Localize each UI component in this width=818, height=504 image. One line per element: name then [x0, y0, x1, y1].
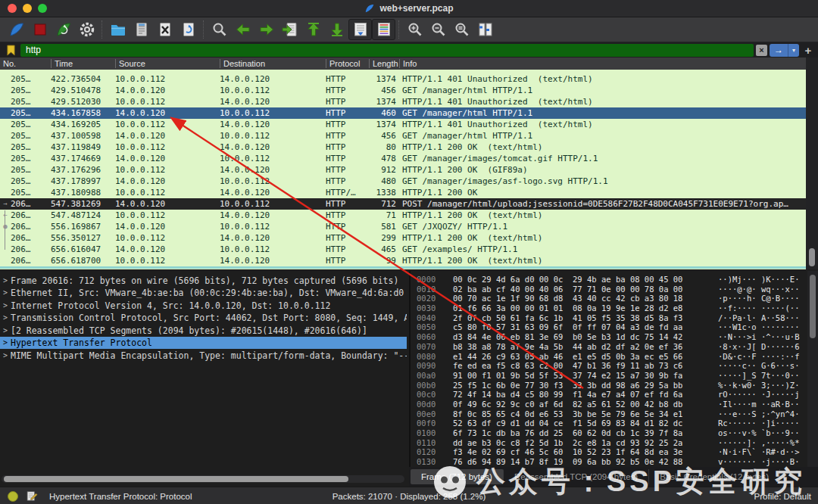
- expander-chevron-icon[interactable]: >: [0, 350, 11, 362]
- hex-row[interactable]: 0050 c5 80 f0 57 31 63 09 6f 0f ff 07 04…: [411, 322, 807, 332]
- hex-row[interactable]: 00e0 8f 0c 85 65 c4 0d e6 53 3b be 5e 79…: [411, 409, 807, 419]
- packet-row[interactable]: 205… 434.167858 14.0.0.120 10.0.0.112 HT…: [0, 107, 806, 119]
- filter-apply-button[interactable]: → ▾: [770, 44, 799, 57]
- go-to-first-packet-button[interactable]: [301, 19, 325, 40]
- column-header-time[interactable]: Time: [51, 59, 115, 68]
- hex-row[interactable]: 00f0 52 63 df c9 d1 dd 04 ce f1 5d 69 83…: [411, 418, 807, 428]
- stop-capture-button[interactable]: [28, 19, 52, 40]
- start-capture-button[interactable]: [5, 19, 28, 40]
- expander-chevron-icon[interactable]: >: [0, 275, 11, 287]
- detail-line[interactable]: > Frame 20616: 712 bytes on wire (5696 b…: [0, 275, 407, 287]
- go-to-last-packet-button[interactable]: [325, 19, 348, 40]
- capture-options-gear-icon[interactable]: [75, 19, 98, 40]
- scrollbar-thumb[interactable]: [810, 275, 816, 338]
- detail-line[interactable]: > MIME Multipart Media Encapsulation, Ty…: [0, 350, 407, 362]
- reload-file-button[interactable]: [176, 19, 200, 40]
- hex-row[interactable]: 0040 2f 0f cb 50 61 fa 6c 1b 41 05 f5 35…: [411, 313, 807, 323]
- hex-row[interactable]: 0070 b8 38 a8 78 af 9e 4a 5b 44 ab d2 df…: [411, 342, 807, 352]
- expander-chevron-icon[interactable]: >: [0, 287, 11, 299]
- restart-capture-button[interactable]: [52, 19, 75, 40]
- packet-row[interactable]: ● 206… 556.169867 14.0.0.120 10.0.0.112 …: [0, 221, 806, 232]
- packet-row[interactable]: 205… 437.119849 10.0.0.112 14.0.0.120 HT…: [0, 142, 806, 153]
- scrollbar-thumb[interactable]: [4, 476, 348, 482]
- go-to-packet-button[interactable]: [278, 19, 301, 40]
- column-header-no[interactable]: No.: [0, 59, 51, 68]
- open-file-button[interactable]: [106, 19, 130, 40]
- detail-line[interactable]: > Transmission Control Protocol, Src Por…: [0, 312, 407, 324]
- save-file-button[interactable]: [130, 19, 153, 40]
- packet-row[interactable]: 205… 437.176296 10.0.0.112 14.0.0.120 HT…: [0, 164, 806, 176]
- capture-comment-icon[interactable]: [26, 490, 39, 502]
- resize-columns-button[interactable]: [473, 19, 497, 40]
- hex-row[interactable]: 0020 00 70 ac 1e 1f 90 68 d8 43 40 cc 42…: [411, 294, 807, 303]
- packet-row[interactable]: 205… 429.510478 14.0.0.120 10.0.0.112 HT…: [0, 85, 806, 96]
- detail-line[interactable]: > Ethernet II, Src: VMware_4b:ae:ba (00:…: [0, 287, 407, 299]
- expert-info-icon[interactable]: [8, 491, 18, 502]
- packet-row[interactable]: 205… 437.100598 14.0.0.120 10.0.0.112 HT…: [0, 130, 806, 142]
- packet-row[interactable]: 206… 556.350127 10.0.0.112 14.0.0.120 HT…: [0, 232, 806, 244]
- filter-apply-arrow-icon[interactable]: →: [770, 44, 788, 57]
- column-header-protocol[interactable]: Protocol: [326, 59, 369, 68]
- hex-row[interactable]: 0030 01 f6 66 3a 00 00 01 01 08 0a 19 9e…: [411, 303, 807, 313]
- zoom-out-button[interactable]: [426, 19, 450, 40]
- filter-dropdown-caret-icon[interactable]: ▾: [788, 44, 799, 57]
- title-bar[interactable]: web+server.pcap: [0, 0, 818, 17]
- zoom-normal-button[interactable]: [450, 19, 473, 40]
- bytes-tab[interactable]: Reassembled TCP (2094 bytes): [504, 469, 649, 484]
- profile-label[interactable]: Profile: Default: [754, 492, 811, 501]
- maximize-button[interactable]: [38, 4, 47, 13]
- hex-row[interactable]: 0110 dd ae b3 0c c8 f2 5d 1b 2c e8 1a cd…: [411, 438, 807, 448]
- hex-row[interactable]: 00c0 72 4f 14 ba d4 c5 80 99 f1 4a e7 a4…: [411, 390, 807, 400]
- packet-list-scrollbar[interactable]: [806, 58, 818, 269]
- expander-chevron-icon[interactable]: >: [0, 325, 11, 337]
- go-back-button[interactable]: [231, 19, 254, 40]
- packet-row[interactable]: 206… 656.616047 14.0.0.120 10.0.0.112 HT…: [0, 244, 806, 255]
- go-forward-button[interactable]: [254, 19, 278, 40]
- hex-row[interactable]: 0010 02 ba ab cf 40 00 40 06 77 71 0e 00…: [411, 285, 807, 294]
- filter-clear-button[interactable]: ×: [756, 45, 767, 56]
- hex-row[interactable]: 0130 76 d6 94 89 14 b7 8f 19 09 6a bb 92…: [411, 457, 807, 467]
- packet-row[interactable]: 205… 437.178997 14.0.0.120 10.0.0.112 HT…: [0, 176, 806, 187]
- packet-row[interactable]: 205… 434.169205 10.0.0.112 14.0.0.120 HT…: [0, 119, 806, 130]
- close-file-button[interactable]: [153, 19, 176, 40]
- hex-row[interactable]: 0060 d3 84 4e 06 eb 81 3e 69 b0 5e b3 1d…: [411, 332, 807, 342]
- close-button[interactable]: [8, 4, 17, 13]
- scrollbar-thumb[interactable]: [809, 248, 815, 266]
- filter-bookmark-icon[interactable]: [3, 44, 18, 57]
- packet-row[interactable]: 205… 437.174669 14.0.0.120 10.0.0.112 HT…: [0, 153, 806, 164]
- detail-line[interactable]: > [2 Reassembled TCP Segments (2094 byte…: [0, 325, 407, 337]
- bytes-tab[interactable]: Frame (712 bytes): [411, 469, 504, 484]
- auto-scroll-toggle[interactable]: [348, 19, 372, 40]
- find-packet-button[interactable]: [208, 19, 231, 40]
- details-horizontal-scrollbar[interactable]: [2, 475, 404, 483]
- packet-row[interactable]: 206… 656.618700 10.0.0.112 14.0.0.120 HT…: [0, 255, 806, 266]
- hex-row[interactable]: 0120 f3 4e 02 69 cf 46 5c 60 10 52 23 1f…: [411, 447, 807, 457]
- hex-row[interactable]: 00d0 0f 49 6c 92 9c c0 af 6d 82 a5 61 52…: [411, 400, 807, 409]
- column-header-destination[interactable]: Destination: [220, 59, 326, 68]
- expander-chevron-icon[interactable]: >: [0, 300, 11, 312]
- colorize-toggle[interactable]: [372, 19, 395, 40]
- hex-row[interactable]: 00b0 25 f5 1c 6b 0e 77 30 f3 33 3b dd 98…: [411, 381, 807, 390]
- hex-row[interactable]: 00a0 91 00 f1 01 9b 5d 5f 53 37 74 e2 15…: [411, 371, 807, 381]
- packet-row[interactable]: ← 206… 547.487124 10.0.0.112 14.0.0.120 …: [0, 210, 806, 221]
- column-header-length[interactable]: Length: [369, 59, 399, 68]
- detail-line[interactable]: > Hypertext Transfer Protocol: [0, 337, 407, 349]
- packet-row[interactable]: 205… 422.736504 10.0.0.112 14.0.0.120 HT…: [0, 73, 806, 85]
- packet-row[interactable]: 205… 429.512030 10.0.0.112 14.0.0.120 HT…: [0, 96, 806, 107]
- display-filter-input[interactable]: http: [20, 44, 754, 57]
- column-header-info[interactable]: Info: [399, 59, 806, 68]
- bytes-tab[interactable]: Basic Credentials (12 bytes): [649, 469, 780, 484]
- expander-chevron-icon[interactable]: >: [0, 312, 11, 324]
- column-header-source[interactable]: Source: [115, 59, 220, 68]
- expander-chevron-icon[interactable]: >: [0, 337, 11, 349]
- hex-row[interactable]: 0100 6f 73 1c db ba 76 dd 25 60 62 0d cb…: [411, 428, 807, 438]
- filter-add-button[interactable]: +: [801, 44, 815, 57]
- hex-scrollbar[interactable]: [807, 271, 818, 467]
- hex-row[interactable]: 0080 e1 44 26 c9 63 05 ab 46 e1 e5 d5 0b…: [411, 352, 807, 362]
- detail-line[interactable]: > Internet Protocol Version 4, Src: 14.0…: [0, 300, 407, 312]
- minimize-button[interactable]: [23, 4, 32, 13]
- packet-row[interactable]: 205… 437.180988 10.0.0.112 14.0.0.120 HT…: [0, 187, 806, 198]
- hex-row[interactable]: 0000 00 0c 29 4d 6a d0 00 0c 29 4b ae ba…: [411, 275, 807, 285]
- zoom-in-button[interactable]: [403, 19, 426, 40]
- hex-row[interactable]: 0090 fe ed ea f5 c8 63 c2 00 47 b1 36 f9…: [411, 361, 807, 371]
